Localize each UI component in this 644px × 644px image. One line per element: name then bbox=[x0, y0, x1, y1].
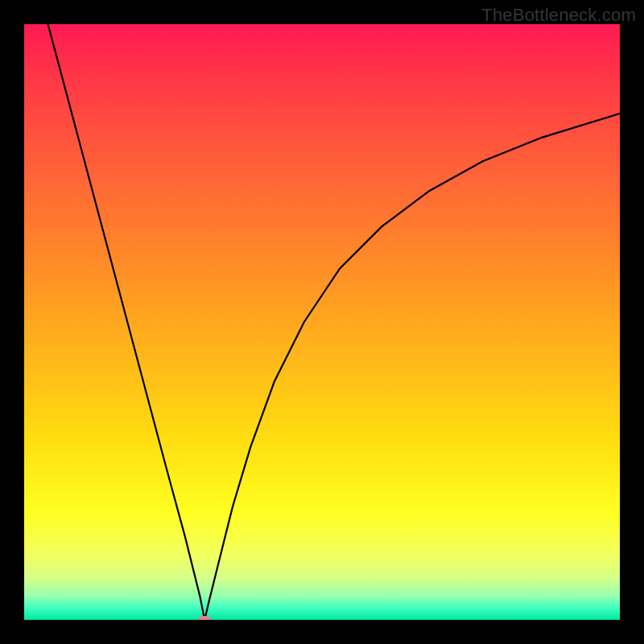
watermark-label: TheBottleneck.com bbox=[481, 5, 636, 26]
chart-frame: TheBottleneck.com bbox=[0, 0, 644, 644]
plot-area bbox=[24, 24, 620, 620]
bottleneck-curve bbox=[24, 24, 620, 620]
minimum-marker-icon bbox=[198, 616, 211, 620]
curve-path bbox=[48, 24, 620, 620]
